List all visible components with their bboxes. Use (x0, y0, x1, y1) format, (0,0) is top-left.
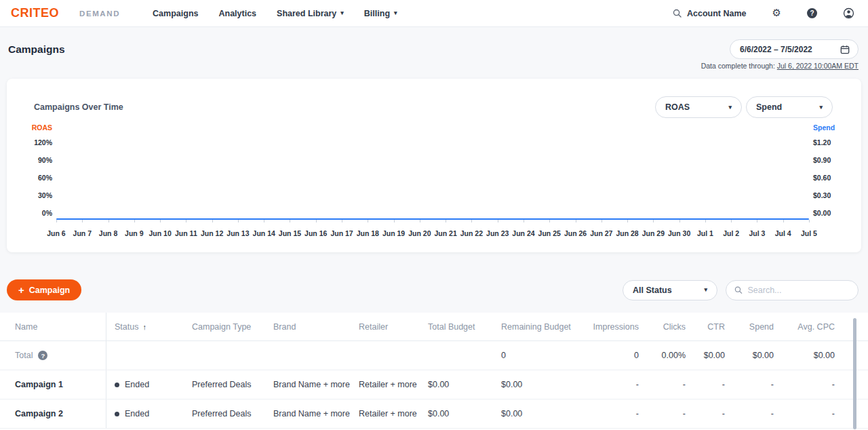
data-complete-timestamp[interactable]: Jul 6, 2022 10:00AM EDT (777, 62, 859, 70)
search-icon (734, 286, 743, 294)
date-range-value: 6/6/2022 – 7/5/2022 (740, 45, 812, 54)
column-header-brand[interactable]: Brand (265, 313, 351, 340)
retailer-cell (351, 341, 420, 370)
nav-shared-library[interactable]: Shared Library ▾ (277, 9, 344, 18)
column-header-name[interactable]: Name (0, 313, 106, 340)
x-axis-label: Jun 15 (279, 229, 301, 237)
spend-cell: - (725, 370, 774, 399)
account-switcher[interactable]: Account Name (673, 9, 747, 18)
column-header-status[interactable]: Status↑ (106, 313, 184, 340)
x-axis-tick-mark (471, 220, 472, 222)
x-axis-tick-mark (524, 220, 524, 222)
status-dot-icon (115, 383, 119, 387)
x-axis-label: Jul 4 (775, 229, 791, 237)
left-axis-tick: 30% (38, 191, 52, 199)
vertical-scrollbar[interactable] (853, 318, 856, 429)
help-icon[interactable]: ? (807, 8, 817, 18)
x-axis-label: Jun 27 (590, 229, 612, 237)
x-axis-tick-mark (757, 220, 757, 222)
x-axis-label: Jun 23 (486, 229, 509, 237)
criteo-logo[interactable]: CRITEO (11, 6, 59, 20)
name-cell: Campaign 2 (0, 399, 106, 428)
chart-plot-area[interactable] (56, 149, 809, 220)
column-header-retailer[interactable]: Retailer (351, 313, 420, 340)
chart-title: Campaigns Over Time (34, 102, 123, 112)
primary-metric-dropdown[interactable]: ROAS ▾ (655, 96, 742, 118)
total-budget-cell (420, 341, 493, 370)
impressions-cell: - (574, 399, 639, 428)
left-axis-tick: 0% (42, 209, 52, 217)
x-axis-tick-mark (186, 220, 186, 222)
campaign-type-cell: Preferred Deals (184, 399, 265, 428)
right-axis-tick: $0.30 (813, 191, 831, 199)
column-header-label: Name (15, 322, 37, 332)
column-header-label: Avg. CPC (797, 322, 835, 332)
status-filter-dropdown[interactable]: All Status ▾ (623, 280, 717, 300)
status-cell (106, 341, 184, 370)
ctr-cell: $0.00 (686, 341, 725, 370)
x-axis-tick-mark (653, 220, 654, 222)
top-navigation-bar: CRITEO DEMAND Campaigns Analytics Shared… (0, 0, 868, 27)
data-complete-prefix: Data complete through: (701, 62, 777, 70)
right-axis-tick: $0.90 (813, 156, 831, 164)
column-header-label: Spend (749, 322, 774, 332)
x-axis-label: Jun 17 (330, 229, 353, 237)
x-axis-tick-mark (627, 220, 628, 222)
search-box[interactable] (726, 280, 859, 300)
retailer-cell: Retailer + more (351, 399, 420, 428)
x-axis-tick-mark (809, 220, 810, 222)
x-axis-tick-mark (108, 220, 109, 222)
total-budget-cell: $0.00 (420, 370, 493, 399)
total-budget-cell: $0.00 (420, 399, 493, 428)
nav-campaigns[interactable]: Campaigns (153, 9, 198, 18)
x-axis-label: Jul 1 (697, 229, 713, 237)
account-name: Account Name (687, 9, 747, 18)
campaign-name[interactable]: Campaign 2 (15, 409, 63, 418)
settings-gear-icon[interactable]: ⚙ (772, 8, 781, 18)
x-axis-tick-mark (82, 220, 83, 222)
table-row: Campaign 2EndedPreferred DealsBrand Name… (0, 399, 868, 429)
column-header-impressions[interactable]: Impressions (574, 313, 639, 340)
search-input[interactable] (748, 286, 850, 295)
secondary-metric-dropdown[interactable]: Spend ▾ (746, 96, 833, 118)
remaining-budget-cell: $0.00 (493, 370, 574, 399)
column-header-total-budget[interactable]: Total Budget (420, 313, 493, 340)
row-filler (835, 341, 868, 370)
sort-ascending-icon: ↑ (142, 323, 146, 331)
app-root: CRITEO DEMAND Campaigns Analytics Shared… (0, 0, 868, 430)
nav-analytics[interactable]: Analytics (218, 9, 256, 18)
data-complete-note: Data complete through: Jul 6, 2022 10:00… (0, 62, 868, 72)
main-nav: Campaigns Analytics Shared Library ▾ Bil… (153, 9, 397, 18)
column-header-remaining-budget[interactable]: Remaining Budget (493, 313, 574, 340)
clicks-cell: - (639, 399, 686, 428)
name-cell: Total? (0, 341, 106, 370)
campaigns-over-time-card: Campaigns Over Time ROAS ▾ Spend ▾ ROAS … (7, 79, 861, 252)
column-header-clicks[interactable]: Clicks (639, 313, 686, 340)
total-label: Total (15, 351, 33, 360)
chevron-down-icon: ▾ (728, 104, 732, 111)
x-axis-label: Jul 5 (801, 229, 817, 237)
plot-column: Jun 6Jun 7Jun 8Jun 9Jun 10Jun 11Jun 12Ju… (56, 123, 809, 240)
clicks-cell: - (639, 370, 686, 399)
x-axis-tick-mark (160, 220, 161, 222)
chevron-down-icon: ▾ (340, 10, 344, 16)
avg-cpc-cell: - (774, 370, 835, 399)
row-filler (835, 370, 868, 399)
clicks-cell: 0.00% (639, 341, 686, 370)
create-campaign-button[interactable]: + Campaign (7, 279, 81, 300)
spend-series-line (56, 218, 809, 220)
column-header-campaign-type[interactable]: Campaign Type (184, 313, 265, 340)
help-icon[interactable]: ? (38, 351, 47, 360)
date-range-picker[interactable]: 6/6/2022 – 7/5/2022 (730, 39, 859, 59)
x-axis-tick-mark (368, 220, 368, 222)
column-header-ctr[interactable]: CTR (686, 313, 725, 340)
user-account-icon[interactable] (843, 7, 854, 19)
x-axis-tick-mark (238, 220, 239, 222)
nav-billing[interactable]: Billing ▾ (364, 9, 397, 18)
x-axis-label: Jul 2 (723, 229, 739, 237)
campaign-name[interactable]: Campaign 1 (15, 380, 63, 389)
column-header-avg-cpc[interactable]: Avg. CPC (774, 313, 835, 340)
column-header-spend[interactable]: Spend (725, 313, 774, 340)
right-axis-tick: $0.00 (813, 209, 831, 217)
filter-controls: All Status ▾ (623, 280, 859, 300)
